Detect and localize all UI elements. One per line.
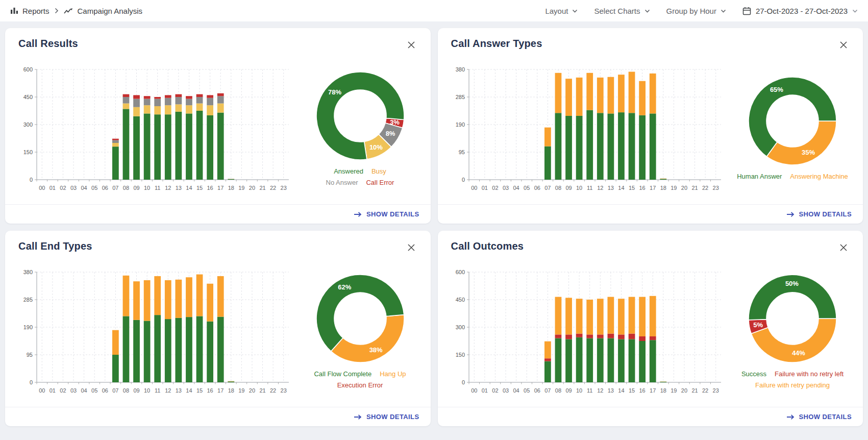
legend-item[interactable]: Busy [371, 166, 386, 176]
svg-text:78%: 78% [328, 88, 341, 95]
svg-text:11: 11 [587, 185, 592, 191]
breadcrumb: Reports Campaign Analysis [10, 7, 142, 15]
breadcrumb-reports[interactable]: Reports [10, 7, 49, 15]
svg-text:12: 12 [165, 387, 171, 394]
svg-text:62%: 62% [338, 283, 351, 291]
select-charts-dropdown[interactable]: Select Charts [594, 7, 650, 15]
breadcrumb-page-label: Campaign Analysis [78, 7, 143, 15]
show-details-link[interactable]: SHOW DETAILS [354, 413, 419, 421]
svg-text:03: 03 [503, 387, 509, 394]
dashboard-grid: Call Results 000102030405060708091011121… [0, 21, 868, 433]
svg-text:600: 600 [23, 66, 32, 72]
call-answer-types-donut-chart[interactable]: 35%65% [746, 75, 839, 167]
svg-text:07: 07 [112, 185, 118, 191]
svg-text:01: 01 [49, 185, 56, 191]
svg-text:15: 15 [629, 387, 635, 394]
call-answer-types-bar-chart[interactable]: 0001020304050607080910111213141516171819… [447, 62, 726, 194]
show-details-label: SHOW DETAILS [366, 210, 419, 218]
svg-text:17: 17 [650, 387, 656, 394]
call-outcomes-donut-chart[interactable]: 44%5%50% [746, 272, 839, 365]
legend-item[interactable]: Call Flow Complete [314, 369, 371, 379]
legend-item[interactable]: Failure with retry pending [755, 380, 830, 390]
card-title: Call Outcomes [451, 240, 524, 252]
card-call-end-types: Call End Types 0001020304050607080910111… [5, 231, 431, 426]
svg-text:13: 13 [176, 387, 182, 394]
legend-item[interactable]: Failure with no retry left [775, 369, 844, 379]
svg-text:21: 21 [692, 387, 698, 394]
svg-text:23: 23 [713, 387, 719, 394]
legend-item[interactable]: No Answer [326, 178, 358, 187]
close-icon[interactable] [837, 241, 850, 254]
svg-text:18: 18 [660, 387, 666, 394]
call-end-types-bar-chart[interactable]: 0001020304050607080910111213141516171819… [14, 265, 294, 397]
legend-item[interactable]: Success [741, 369, 766, 379]
svg-text:06: 06 [534, 185, 540, 191]
layout-dropdown-label: Layout [545, 7, 568, 15]
svg-text:12: 12 [165, 185, 171, 191]
svg-text:04: 04 [513, 185, 519, 191]
legend-item[interactable]: Hang Up [380, 369, 406, 379]
svg-text:38%: 38% [369, 346, 382, 353]
svg-text:21: 21 [259, 387, 265, 394]
card-call-answer-types: Call Answer Types 0001020304050607080910… [438, 28, 863, 224]
svg-text:10: 10 [144, 387, 150, 394]
svg-text:5%: 5% [753, 321, 763, 329]
svg-text:08: 08 [123, 387, 129, 394]
date-range-picker[interactable]: 27-Oct-2023 - 27-Oct-2023 [742, 7, 858, 15]
legend-item[interactable]: Human Answer [737, 172, 782, 181]
svg-text:300: 300 [23, 121, 32, 128]
svg-text:05: 05 [91, 387, 97, 394]
svg-text:300: 300 [456, 324, 465, 330]
svg-text:19: 19 [671, 387, 677, 394]
svg-text:14: 14 [186, 387, 192, 394]
close-icon[interactable] [405, 241, 417, 254]
svg-text:21: 21 [692, 185, 698, 191]
call-end-types-donut-chart[interactable]: 38%62% [314, 272, 407, 365]
svg-text:285: 285 [23, 297, 32, 303]
svg-text:20: 20 [681, 387, 687, 394]
svg-text:13: 13 [608, 185, 614, 191]
svg-text:20: 20 [249, 387, 255, 394]
svg-text:22: 22 [270, 387, 276, 394]
card-call-outcomes: Call Outcomes 00010203040506070809101112… [438, 231, 863, 426]
svg-text:50%: 50% [785, 280, 799, 287]
svg-text:00: 00 [39, 185, 45, 191]
svg-text:04: 04 [81, 387, 87, 394]
svg-text:450: 450 [23, 94, 32, 100]
call-results-donut-chart[interactable]: 3%8%10%78% [314, 69, 407, 162]
close-icon[interactable] [405, 39, 417, 51]
svg-text:17: 17 [217, 387, 224, 394]
legend-item[interactable]: Call Error [366, 178, 394, 187]
legend-item[interactable]: Answering Machine [790, 172, 848, 181]
close-icon[interactable] [837, 39, 850, 51]
svg-text:10%: 10% [369, 143, 382, 151]
show-details-link[interactable]: SHOW DETAILS [786, 210, 852, 218]
svg-text:20: 20 [249, 185, 255, 191]
chevron-down-icon [644, 9, 650, 13]
svg-text:15: 15 [196, 185, 203, 191]
svg-text:16: 16 [639, 185, 646, 191]
svg-text:00: 00 [471, 185, 477, 191]
svg-text:00: 00 [471, 387, 477, 394]
group-by-dropdown[interactable]: Group by Hour [666, 7, 726, 15]
line-chart-icon [64, 7, 73, 15]
show-details-label: SHOW DETAILS [799, 413, 852, 421]
show-details-link[interactable]: SHOW DETAILS [786, 413, 852, 421]
call-results-bar-chart[interactable]: 0001020304050607080910111213141516171819… [14, 62, 294, 194]
svg-text:02: 02 [60, 387, 66, 394]
svg-text:22: 22 [270, 185, 276, 191]
legend-item[interactable]: Execution Error [337, 380, 383, 390]
chevron-down-icon [721, 9, 726, 13]
svg-text:06: 06 [534, 387, 540, 394]
svg-text:20: 20 [681, 185, 687, 191]
svg-text:0: 0 [30, 177, 33, 183]
legend-item[interactable]: Answered [334, 166, 363, 176]
bar-chart-icon [10, 7, 18, 15]
svg-text:15: 15 [629, 185, 635, 191]
call-outcomes-bar-chart[interactable]: 0001020304050607080910111213141516171819… [447, 265, 726, 397]
show-details-link[interactable]: SHOW DETAILS [354, 210, 419, 218]
svg-text:600: 600 [456, 269, 465, 275]
svg-text:05: 05 [524, 387, 530, 394]
layout-dropdown[interactable]: Layout [545, 7, 578, 15]
card-title: Call Answer Types [451, 38, 542, 50]
